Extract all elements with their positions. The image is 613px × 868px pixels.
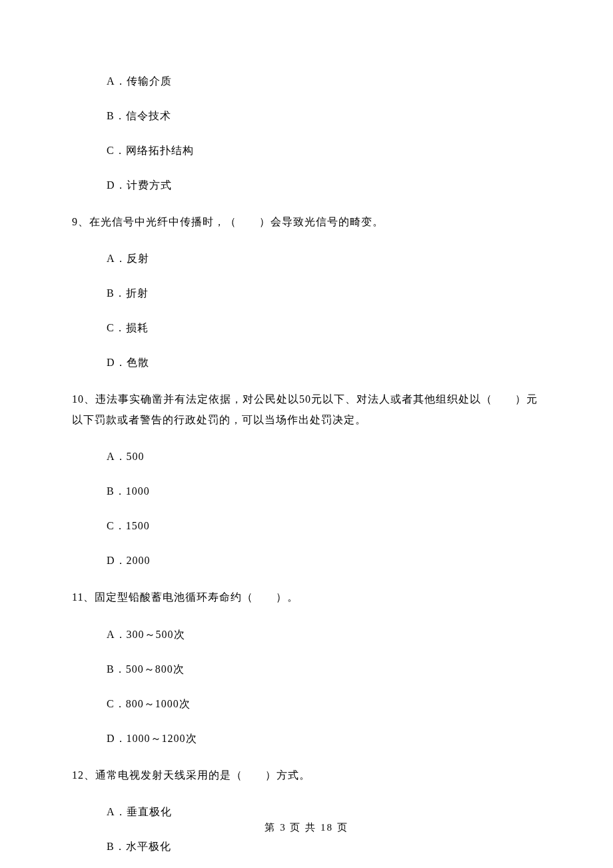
option-a: A．传输介质 [107,73,541,89]
q10-option-c: C．1500 [107,518,541,534]
option-c: C．网络拓扑结构 [107,143,541,159]
q12-option-a: A．垂直极化 [107,804,541,820]
q10-option-b: B．1000 [107,483,541,499]
q9-option-b: B．折射 [107,285,541,301]
option-b: B．信令技术 [107,108,541,124]
q9-option-c: C．损耗 [107,320,541,336]
q9-option-a: A．反射 [107,251,541,267]
q10-option-d: D．2000 [107,553,541,569]
question-11: 11、固定型铅酸蓄电池循环寿命约（ ）。 [72,587,541,607]
q10-option-a: A．500 [107,449,541,465]
question-9: 9、在光信号中光纤中传播时，（ ）会导致光信号的畸变。 [72,212,541,232]
q12-option-b: B．水平极化 [107,839,541,855]
q11-option-c: C．800～1000次 [107,696,541,712]
q11-option-a: A．300～500次 [107,627,541,643]
q11-option-b: B．500～800次 [107,661,541,677]
q9-option-d: D．色散 [107,355,541,371]
question-10: 10、违法事实确凿并有法定依据，对公民处以50元以下、对法人或者其他组织处以（ … [72,389,541,430]
page-footer: 第 3 页 共 18 页 [0,820,613,835]
question-12: 12、通常电视发射天线采用的是（ ）方式。 [72,765,541,785]
option-d: D．计费方式 [107,177,541,193]
q11-option-d: D．1000～1200次 [107,731,541,747]
page-content: A．传输介质 B．信令技术 C．网络拓扑结构 D．计费方式 9、在光信号中光纤中… [0,0,613,868]
